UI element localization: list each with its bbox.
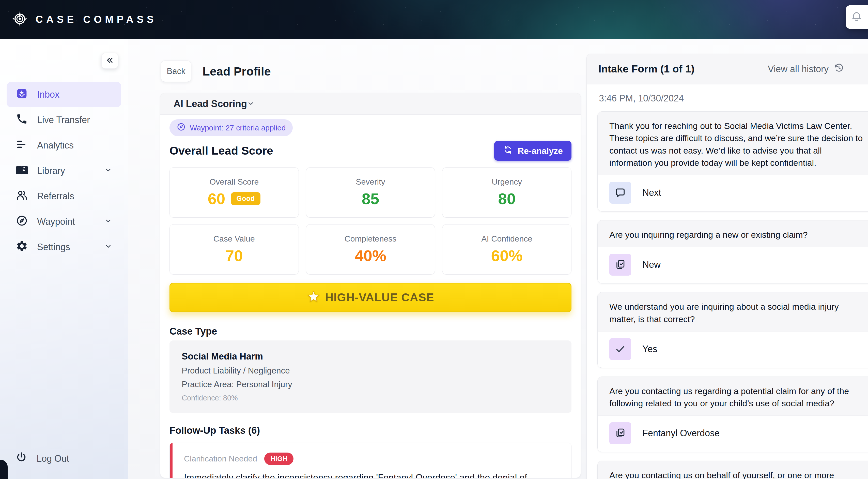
- score-card-ai-confidence: AI Confidence 60%: [442, 224, 571, 275]
- answer-row: New: [598, 247, 868, 283]
- chat-bubble-icon: [609, 182, 631, 204]
- answer-row: Yes: [598, 332, 868, 368]
- case-type-name: Social Media Harm: [182, 351, 559, 362]
- answer-label: New: [642, 259, 661, 270]
- app-root: CASE COMPASS: [0, 0, 868, 479]
- answer-label: Next: [642, 187, 661, 198]
- check-icon: [609, 338, 631, 360]
- copy-check-icon: [609, 254, 631, 276]
- sidebar-item-label: Analytics: [37, 140, 74, 151]
- task-type-label: Clarification Needed: [184, 454, 257, 463]
- case-type-practice-area: Practice Area: Personal Injury: [182, 380, 559, 389]
- intake-form-panel: Intake Form (1 of 1) View all history 3:…: [586, 54, 868, 479]
- intake-body: 3:46 PM, 10/30/2024 Thank you for reachi…: [587, 84, 868, 479]
- page-header: Back Lead Profile: [161, 61, 271, 82]
- answer-label: Fentanyl Overdose: [642, 428, 720, 439]
- bell-icon: [851, 11, 862, 23]
- copy-check-icon: [609, 422, 631, 444]
- sidebar-item-live-transfer[interactable]: Live Transfer: [7, 107, 121, 133]
- score-card-urgency: Urgency 80: [442, 167, 571, 218]
- good-badge: Good: [231, 192, 260, 205]
- high-value-case-banner: HIGH-VALUE CASE: [169, 283, 571, 312]
- page-title: Lead Profile: [203, 64, 271, 78]
- score-card-label: AI Confidence: [442, 234, 571, 244]
- history-link-label: View all history: [768, 64, 829, 74]
- score-card-label: Urgency: [442, 177, 571, 187]
- score-card-case-value: Case Value 70: [169, 224, 299, 275]
- double-chevron-left-icon: [105, 56, 114, 66]
- back-button[interactable]: Back: [161, 61, 191, 82]
- sidebar-item-label: Referrals: [37, 191, 74, 202]
- intake-timestamp: 3:46 PM, 10/30/2024: [599, 93, 865, 104]
- answer-row: Next: [598, 175, 868, 211]
- sidebar-item-referrals[interactable]: Referrals: [7, 184, 121, 209]
- score-card-value: 80: [442, 190, 571, 208]
- reanalyze-button[interactable]: Re-analyze: [494, 141, 571, 161]
- notifications-button[interactable]: [846, 5, 868, 29]
- follow-up-tasks-heading: Follow-Up Tasks (6): [169, 425, 571, 436]
- task-meta-row: Clarification Needed HIGH: [184, 453, 559, 465]
- logout-button[interactable]: Log Out: [15, 451, 69, 466]
- sidebar-item-label: Library: [37, 166, 65, 176]
- ai-lead-scoring-panel: AI Lead Scoring Waypoint: 27 criteria ap…: [160, 93, 581, 478]
- main-content: Back Lead Profile AI Lead Scoring Waypoi…: [129, 39, 586, 479]
- brand-name: CASE COMPASS: [36, 14, 157, 25]
- qa-card: Are you inquiring regarding a new or exi…: [597, 220, 868, 283]
- view-all-history-link[interactable]: View all history: [768, 62, 864, 76]
- priority-badge: HIGH: [264, 453, 293, 465]
- score-card-label: Overall Score: [170, 177, 299, 187]
- chevron-down-icon[interactable]: [247, 100, 255, 108]
- people-icon: [16, 189, 28, 204]
- inbox-icon: [16, 87, 28, 102]
- gear-icon: [16, 240, 28, 255]
- phone-icon: [16, 113, 28, 127]
- high-value-case-label: HIGH-VALUE CASE: [325, 291, 434, 304]
- book-icon: [16, 164, 28, 178]
- sidebar-item-label: Waypoint: [37, 216, 75, 227]
- waypoint-badge-label: Waypoint: 27 criteria applied: [190, 124, 286, 132]
- sidebar-item-waypoint[interactable]: Waypoint: [7, 209, 121, 234]
- sidebar-item-label: Live Transfer: [37, 115, 90, 125]
- power-icon: [15, 451, 27, 466]
- bar-chart-icon: [16, 138, 28, 153]
- question-text: Are you inquiring regarding a new or exi…: [598, 220, 868, 247]
- sidebar-collapse-button[interactable]: [101, 53, 118, 69]
- score-head-row: Overall Lead Score Re-analyze: [169, 141, 571, 161]
- reanalyze-label: Re-analyze: [518, 146, 563, 156]
- score-grid-row-1: Overall Score 60 Good Severity 85 Urgenc…: [169, 167, 571, 218]
- sidebar-item-analytics[interactable]: Analytics: [7, 133, 121, 158]
- ai-lead-scoring-header[interactable]: AI Lead Scoring: [160, 93, 581, 115]
- score-card-severity: Severity 85: [306, 167, 435, 218]
- question-text: Are you contacting us regarding a potent…: [598, 377, 868, 416]
- intake-header: Intake Form (1 of 1) View all history: [587, 54, 868, 84]
- qa-card: Are you contacting us on behalf of yours…: [597, 461, 868, 479]
- history-icon: [833, 62, 844, 76]
- sidebar: Inbox Live Transfer Analytics: [0, 39, 128, 479]
- compass-icon: [16, 215, 28, 229]
- qa-card: We understand you are inquiring about a …: [597, 292, 868, 368]
- waypoint-criteria-badge: Waypoint: 27 criteria applied: [169, 119, 293, 136]
- panel-title: AI Lead Scoring: [174, 98, 247, 109]
- case-type-confidence: Confidence: 80%: [182, 394, 559, 402]
- chevron-down-icon: [104, 216, 112, 227]
- chevron-down-icon: [104, 166, 112, 176]
- qa-card: Are you contacting us regarding a potent…: [597, 377, 868, 452]
- task-description: Immediately clarify the inconsistency re…: [184, 471, 559, 478]
- score-card-value: 70: [170, 247, 299, 265]
- score-card-value: 85: [306, 190, 435, 208]
- score-card-value: 60%: [442, 247, 571, 265]
- sidebar-item-settings[interactable]: Settings: [7, 234, 121, 260]
- sidebar-nav: Inbox Live Transfer Analytics: [7, 82, 121, 260]
- priority-strip: [170, 443, 173, 478]
- answer-row: Fentanyl Overdose: [598, 416, 868, 452]
- top-navbar: CASE COMPASS: [0, 0, 868, 39]
- qa-card: Thank you for reaching out to Social Med…: [597, 111, 868, 212]
- brand: CASE COMPASS: [11, 0, 157, 39]
- compass-badge-icon: [177, 122, 186, 133]
- refresh-icon: [503, 145, 513, 157]
- sidebar-item-inbox[interactable]: Inbox: [7, 82, 121, 107]
- sidebar-item-library[interactable]: Library: [7, 158, 121, 184]
- compass-logo-icon: [11, 10, 28, 28]
- score-card-value: 40%: [306, 247, 435, 265]
- question-text: Are you contacting us on behalf of yours…: [598, 461, 868, 479]
